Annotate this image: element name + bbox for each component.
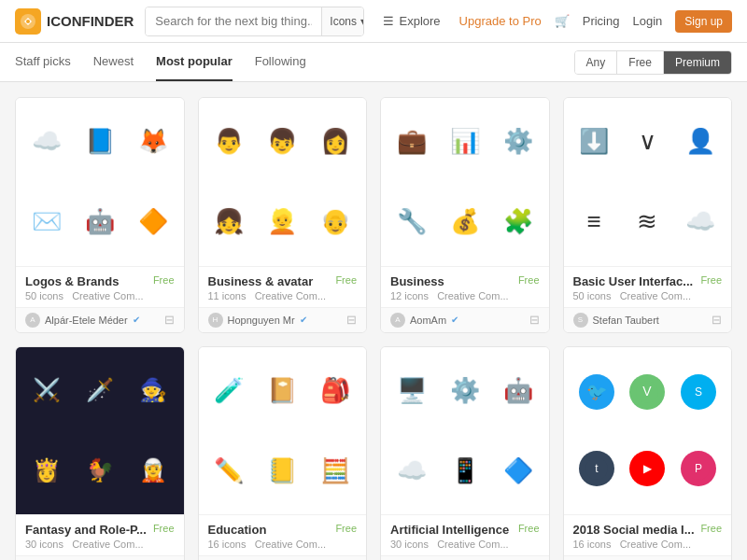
avatar: A	[25, 313, 40, 328]
author-name: Hopnguyen Mr	[228, 315, 295, 326]
avatar: A	[390, 313, 405, 328]
chevron-down-icon: ▾	[360, 15, 364, 28]
card-title: Fantasy and Role-P...	[25, 523, 147, 537]
card-author: H Hopnguyen Mr ✔ ⊟	[199, 307, 367, 332]
card-author: b bamicon ✔ ⊟	[199, 555, 367, 560]
bookmark-icon[interactable]: ⊟	[529, 313, 540, 327]
pricing-link[interactable]: Pricing	[583, 14, 620, 28]
card-info: 2018 Social media I... Free 16 icons Cre…	[564, 514, 732, 555]
card-meta: 16 icons Creative Com...	[573, 539, 723, 550]
card-meta: 12 icons Creative Com...	[390, 290, 540, 301]
filter-free[interactable]: Free	[617, 51, 664, 74]
card-badge: Free	[700, 274, 722, 286]
subnav-tabs: Staff picks Newest Most popular Followin…	[15, 43, 574, 81]
card-meta: 11 icons Creative Com...	[208, 290, 358, 301]
author-name: Alpár-Etele Méder	[45, 315, 128, 326]
icon-set-card[interactable]: ⬇️∨👤≡≋☁️ Basic User Interfac... Free 50 …	[563, 97, 733, 333]
verified-icon: ✔	[300, 315, 307, 325]
icon-sets-grid: ☁️📘🦊✉️🤖🔶 Logos & Brands Free 50 icons Cr…	[15, 97, 732, 560]
card-title-row: 2018 Social media I... Free	[573, 523, 723, 537]
card-badge: Free	[153, 274, 175, 286]
svg-text:▶: ▶	[643, 462, 653, 475]
filter-any[interactable]: Any	[575, 51, 618, 74]
card-title: Business	[390, 274, 444, 288]
menu-icon: ☰	[383, 14, 394, 28]
login-link[interactable]: Login	[632, 14, 662, 28]
author-name: Stefan Taubert	[593, 315, 659, 326]
tab-following[interactable]: Following	[255, 43, 306, 81]
avatar: S	[573, 313, 588, 328]
filter-buttons: Any Free Premium	[574, 50, 732, 75]
avatar: H	[208, 313, 223, 328]
search-type-dropdown[interactable]: Icons ▾	[321, 7, 364, 35]
card-title: Basic User Interfac...	[573, 274, 694, 288]
card-meta: 16 icons Creative Com...	[208, 539, 358, 550]
card-title: 2018 Social media I...	[573, 523, 695, 537]
card-author: A Alpár-Etele Méder ✔ ⊟	[16, 307, 184, 332]
card-info: Business Free 12 icons Creative Com...	[381, 266, 549, 307]
card-meta: 30 icons Creative Com...	[25, 539, 175, 550]
icon-set-card[interactable]: 🐦 V S t ▶	[563, 346, 733, 561]
header: ICONFINDER Icons ▾ 🔍 ☰ Explore Upgrade t…	[0, 0, 747, 43]
icon-set-card[interactable]: 👨👦👩👧👱👴 Business & avatar Free 11 icons C…	[198, 97, 368, 333]
card-badge: Free	[335, 274, 357, 286]
card-info: Business & avatar Free 11 icons Creative…	[199, 266, 367, 307]
icon-set-card[interactable]: 🖥️⚙️🤖☁️📱🔷 Artificial Intelligence Free 3…	[380, 346, 550, 561]
search-input[interactable]	[146, 7, 321, 35]
svg-text:V: V	[643, 384, 653, 399]
search-bar: Icons ▾ 🔍	[145, 7, 364, 36]
verified-icon: ✔	[133, 315, 140, 325]
card-author: C Chanut is Industries ✔ ⊟	[16, 555, 184, 560]
card-meta: 30 icons Creative Com...	[390, 539, 540, 550]
card-title: Artificial Intelligence	[390, 523, 509, 537]
card-title: Education	[208, 523, 267, 537]
signup-link[interactable]: Sign up	[675, 10, 732, 33]
card-badge: Free	[518, 523, 540, 534]
icon-set-card[interactable]: 🧪📔🎒✏️📒🧮 Education Free 16 icons Creative…	[198, 346, 368, 561]
card-title-row: Basic User Interfac... Free	[573, 274, 723, 288]
icon-set-card[interactable]: ☁️📘🦊✉️🤖🔶 Logos & Brands Free 50 icons Cr…	[15, 97, 185, 333]
bookmark-icon[interactable]: ⊟	[346, 313, 357, 327]
logo[interactable]: ICONFINDER	[15, 8, 134, 35]
card-title-row: Fantasy and Role-P... Free	[25, 523, 175, 537]
tab-most-popular[interactable]: Most popular	[156, 43, 233, 81]
svg-text:S: S	[695, 385, 702, 399]
tab-staff-picks[interactable]: Staff picks	[15, 43, 71, 81]
card-title-row: Education Free	[208, 523, 358, 537]
upgrade-link[interactable]: Upgrade to Pro	[459, 14, 542, 28]
card-title-row: Logos & Brands Free	[25, 274, 175, 288]
card-info: Basic User Interfac... Free 50 icons Cre…	[564, 266, 732, 307]
card-badge: Free	[335, 523, 357, 534]
explore-button[interactable]: ☰ Explore	[375, 14, 447, 28]
bookmark-icon[interactable]: ⊟	[164, 313, 175, 327]
card-title-row: Business & avatar Free	[208, 274, 358, 288]
filter-premium[interactable]: Premium	[664, 51, 731, 74]
card-info: Artificial Intelligence Free 30 icons Cr…	[381, 514, 549, 555]
verified-icon: ✔	[451, 315, 458, 325]
icon-set-card[interactable]: 💼📊⚙️🔧💰🧩 Business Free 12 icons Creative …	[380, 97, 550, 333]
card-badge: Free	[153, 523, 175, 534]
card-badge: Free	[518, 274, 540, 286]
card-meta: 50 icons Creative Com...	[573, 290, 723, 301]
card-meta: 50 icons Creative Com...	[25, 290, 175, 301]
svg-text:P: P	[695, 462, 702, 475]
icon-set-card[interactable]: ⚔️🗡️🧙👸🐓🧝 Fantasy and Role-P... Free 30 i…	[15, 346, 185, 561]
card-badge: Free	[700, 523, 722, 534]
cart-icon[interactable]: 🛒	[555, 14, 570, 28]
card-title-row: Artificial Intelligence Free	[390, 523, 540, 537]
header-links: Upgrade to Pro 🛒 Pricing Login Sign up	[459, 10, 732, 33]
card-title: Logos & Brands	[25, 274, 119, 288]
author-name: AomAm	[410, 315, 446, 326]
card-info: Education Free 16 icons Creative Com...	[199, 514, 367, 555]
card-author: S Stefan Taubert ⊟	[564, 307, 732, 332]
bookmark-icon[interactable]: ⊟	[712, 313, 722, 327]
card-title-row: Business Free	[390, 274, 540, 288]
card-info: Logos & Brands Free 50 icons Creative Co…	[16, 266, 184, 307]
main-content: ☁️📘🦊✉️🤖🔶 Logos & Brands Free 50 icons Cr…	[0, 82, 747, 560]
logo-text: ICONFINDER	[47, 13, 134, 29]
card-author: A Anton D ✔ ⊟	[564, 555, 732, 560]
tab-newest[interactable]: Newest	[93, 43, 134, 81]
subnav: Staff picks Newest Most popular Followin…	[0, 43, 747, 82]
logo-icon	[15, 8, 41, 35]
card-title: Business & avatar	[208, 274, 314, 288]
